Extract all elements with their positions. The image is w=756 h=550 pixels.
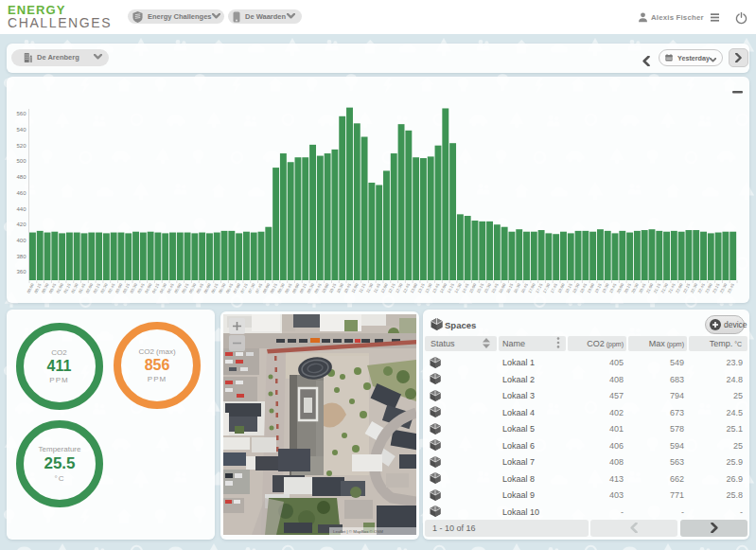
svg-text:440: 440 bbox=[16, 206, 26, 212]
svg-text:560: 560 bbox=[16, 111, 26, 116]
svg-text:480: 480 bbox=[16, 174, 26, 180]
svg-text:360: 360 bbox=[16, 269, 26, 275]
svg-text:420: 420 bbox=[16, 222, 26, 227]
svg-text:380: 380 bbox=[16, 254, 26, 259]
svg-text:23:45: 23:45 bbox=[727, 282, 736, 293]
svg-text:500: 500 bbox=[16, 158, 26, 164]
svg-text:400: 400 bbox=[16, 238, 26, 243]
svg-text:Leaflet | © MapBox © OSM: Leaflet | © MapBox © OSM bbox=[333, 529, 383, 534]
svg-text:540: 540 bbox=[16, 127, 26, 133]
svg-text:460: 460 bbox=[16, 190, 26, 196]
svg-text:520: 520 bbox=[16, 143, 26, 149]
